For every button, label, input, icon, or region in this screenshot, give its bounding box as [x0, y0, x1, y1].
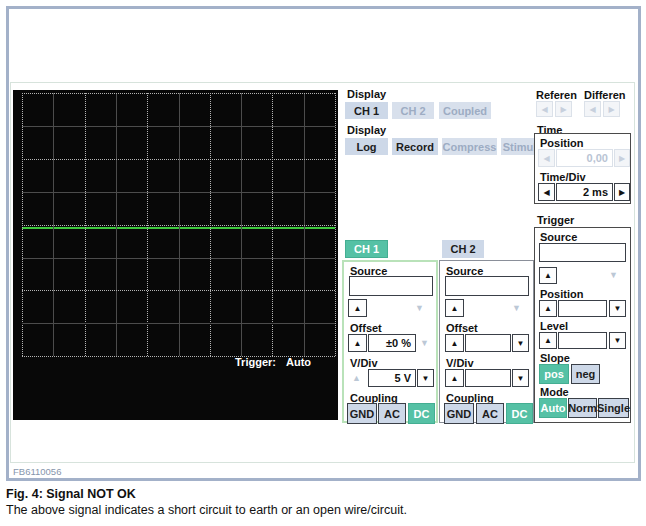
oscilloscope-screen: Trigger: Auto [13, 90, 338, 420]
up-arrow-icon: ▲ [451, 339, 459, 348]
timediv-prev-button[interactable]: ◀ [538, 183, 555, 201]
up-arrow-icon: ▲ [544, 336, 552, 345]
trigger-section-label: Trigger [537, 214, 574, 226]
ch2-vdiv-up-button[interactable]: ▲ [445, 369, 464, 387]
ch1-offset-up-button[interactable]: ▲ [348, 334, 367, 352]
reference-label: Referen [536, 89, 577, 101]
ch1-vdiv-up-icon: ▲ [352, 374, 361, 383]
ch1-source-down-icon: ▼ [415, 304, 424, 313]
trigger-mode-label: Mode [540, 386, 569, 398]
ch2-gnd-button[interactable]: GND [444, 403, 474, 424]
display-channels-label: Display [347, 88, 386, 100]
ch1-ac-button[interactable]: AC [378, 403, 406, 424]
ch1-source-field[interactable] [349, 276, 433, 296]
up-arrow-icon: ▲ [544, 271, 552, 280]
slope-neg-button[interactable]: neg [571, 364, 600, 384]
ch2-source-down-icon: ▼ [512, 304, 521, 313]
figure-caption-title: Fig. 4: Signal NOT OK [6, 487, 136, 501]
trigger-status-value: Auto [286, 356, 311, 368]
down-arrow-icon: ▼ [517, 374, 525, 383]
time-position-prev-button[interactable]: ◀ [538, 149, 555, 167]
difference-label: Differen [584, 89, 626, 101]
ch2-dc-button[interactable]: DC [506, 403, 533, 424]
difference-prev-button[interactable]: ◀ [584, 101, 601, 117]
trigger-status-label: Trigger: [235, 356, 276, 368]
ch1-dc-button[interactable]: DC [408, 403, 435, 424]
ch1-group: Source ▲ ▼ Offset ▲ ±0 % ▼ V/Div ▲ 5 V ▼… [342, 260, 438, 423]
ch1-offset-value: ±0 % [368, 334, 416, 352]
timediv-next-button[interactable]: ▶ [614, 183, 630, 201]
slope-pos-button[interactable]: pos [539, 364, 569, 384]
right-arrow-icon: ▶ [619, 188, 625, 197]
trigger-position-label: Position [540, 288, 583, 300]
ch2-vdiv-down-button[interactable]: ▼ [512, 369, 529, 387]
display-ch1-button[interactable]: CH 1 [345, 102, 388, 119]
trigger-level-up-button[interactable]: ▲ [539, 332, 557, 349]
up-arrow-icon: ▲ [354, 304, 362, 313]
ch1-offset-label: Offset [350, 322, 382, 334]
up-arrow-icon: ▲ [544, 304, 552, 313]
trigger-position-down-button[interactable]: ▼ [609, 300, 626, 317]
ch1-vdiv-label: V/Div [350, 357, 378, 369]
trigger-source-field[interactable] [539, 243, 626, 262]
time-position-next-button[interactable]: ▶ [614, 149, 630, 167]
ch1-vdiv-down-button[interactable]: ▼ [417, 369, 434, 387]
ch2-vdiv-value [465, 369, 511, 387]
trigger-source-down-icon: ▼ [609, 271, 618, 280]
up-arrow-icon: ▲ [451, 304, 459, 313]
trigger-position-value [558, 300, 607, 317]
display-ch2-button[interactable]: CH 2 [392, 102, 434, 119]
trigger-level-down-button[interactable]: ▼ [609, 332, 626, 349]
figure-caption-text: The above signal indicates a short circu… [6, 503, 407, 517]
ch2-source-up-button[interactable]: ▲ [445, 299, 464, 317]
down-arrow-icon: ▼ [517, 339, 525, 348]
trigger-source-up-button[interactable]: ▲ [539, 267, 557, 284]
trigger-level-value [558, 332, 607, 349]
time-group: Position ◀ 0,00 ▶ Time/Div ◀ 2 ms ▶ [534, 133, 631, 204]
ch2-group: Source ▲ ▼ Offset ▲ ▼ V/Div ▲ ▼ Coupling… [439, 260, 534, 423]
trigger-slope-label: Slope [540, 352, 570, 364]
ch1-tab[interactable]: CH 1 [345, 240, 388, 258]
ch1-gnd-button[interactable]: GND [347, 403, 377, 424]
down-arrow-icon: ▼ [614, 304, 622, 313]
trigger-position-up-button[interactable]: ▲ [539, 300, 557, 317]
screenshot-root: Trigger: Auto Display CH 1 CH 2 Coupled … [0, 0, 646, 526]
ch2-ac-button[interactable]: AC [476, 403, 504, 424]
up-arrow-icon: ▲ [451, 374, 459, 383]
timediv-value: 2 ms [556, 183, 613, 201]
log-button[interactable]: Log [345, 138, 388, 155]
record-button[interactable]: Record [392, 138, 438, 155]
trigger-level-label: Level [540, 320, 568, 332]
difference-next-button[interactable]: ▶ [603, 101, 620, 117]
compress-button[interactable]: Compress [442, 138, 497, 155]
timediv-label: Time/Div [540, 171, 586, 183]
down-arrow-icon: ▼ [614, 336, 622, 345]
ch2-offset-down-button[interactable]: ▼ [512, 334, 529, 352]
ch2-vdiv-label: V/Div [446, 357, 474, 369]
down-arrow-icon: ▼ [422, 374, 430, 383]
mode-auto-button[interactable]: Auto [539, 398, 567, 418]
ch1-vdiv-value: 5 V [368, 369, 416, 387]
display-coupled-button[interactable]: Coupled [439, 102, 491, 119]
trigger-source-label: Source [540, 231, 577, 243]
ch2-offset-up-button[interactable]: ▲ [445, 334, 464, 352]
ch2-tab[interactable]: CH 2 [442, 240, 484, 258]
reference-prev-button[interactable]: ◀ [536, 101, 553, 117]
ch2-offset-value [465, 334, 511, 352]
time-position-value: 0,00 [556, 149, 613, 167]
right-arrow-icon: ▶ [619, 154, 625, 163]
left-arrow-icon: ◀ [543, 188, 549, 197]
left-arrow-icon: ◀ [541, 105, 547, 114]
ch2-source-field[interactable] [445, 276, 529, 296]
figure-code: FB6110056 [13, 466, 61, 477]
left-arrow-icon: ◀ [543, 154, 549, 163]
ch1-offset-down-icon: ▼ [420, 339, 429, 348]
display-modes-label: Display [347, 124, 386, 136]
reference-next-button[interactable]: ▶ [555, 101, 572, 117]
left-arrow-icon: ◀ [589, 105, 595, 114]
ch1-source-up-button[interactable]: ▲ [348, 299, 367, 317]
mode-norm-button[interactable]: Norm [568, 398, 597, 418]
right-arrow-icon: ▶ [608, 105, 614, 114]
mode-single-button[interactable]: Single [598, 398, 629, 418]
scope-grid [22, 93, 335, 356]
